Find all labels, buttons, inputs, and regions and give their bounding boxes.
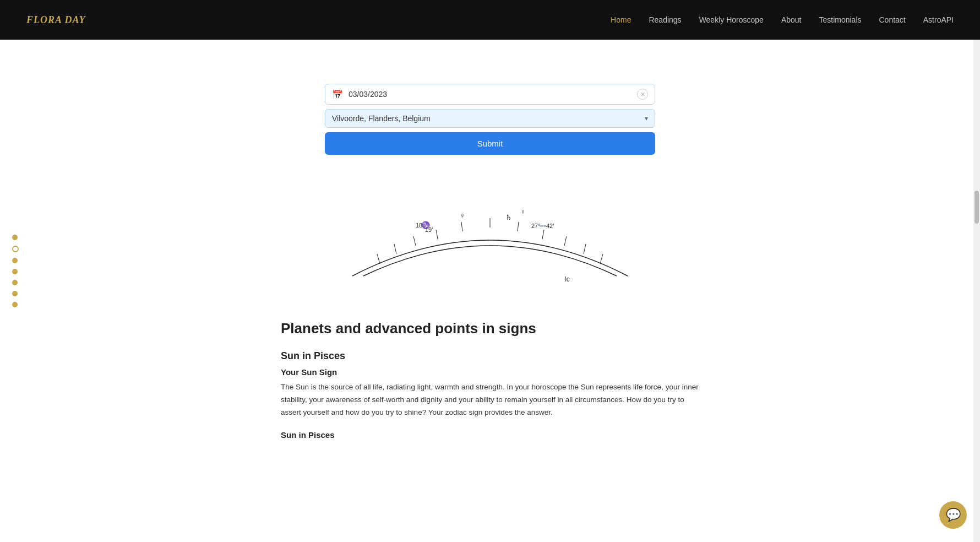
nav-item-home[interactable]: Home — [611, 15, 631, 25]
svg-text:♀: ♀ — [520, 208, 526, 216]
your-sun-sign-label: Your Sun Sign — [281, 367, 699, 377]
sun-heading: Sun in Pisces — [281, 350, 699, 362]
nav-item-testimonials[interactable]: Testimonials — [819, 15, 861, 25]
svg-line-0 — [377, 254, 380, 264]
scrollbar-thumb[interactable] — [974, 191, 979, 224]
submit-button[interactable]: Submit — [325, 132, 655, 155]
form-container: 📅 03/03/2023 ✕ Vilvoorde, Flanders, Belg… — [325, 84, 655, 155]
svg-line-2 — [413, 236, 416, 246]
svg-text:19': 19' — [425, 226, 433, 233]
side-dot-6[interactable] — [12, 291, 18, 296]
svg-line-4 — [542, 230, 544, 239]
svg-line-7 — [600, 254, 603, 264]
chart-svg: 18° ♑ 19' ♀ ♄ ♀ 27° ≈≈ 42' Ic — [336, 188, 644, 287]
section-heading: Planets and advanced points in signs — [281, 320, 699, 337]
nav-links: Home Readings Weekly Horoscope About Tes… — [611, 15, 954, 25]
nav-item-weekly-horoscope[interactable]: Weekly Horoscope — [699, 15, 764, 25]
calendar-icon: 📅 — [332, 89, 343, 100]
scrollbar[interactable] — [973, 40, 980, 477]
svg-text:42': 42' — [546, 223, 554, 229]
svg-line-5 — [564, 236, 567, 246]
svg-line-1 — [394, 244, 396, 254]
location-select[interactable]: Vilvoorde, Flanders, Belgium — [332, 114, 645, 123]
nav-link-weekly-horoscope[interactable]: Weekly Horoscope — [699, 15, 764, 24]
side-dot-5[interactable] — [12, 280, 18, 285]
site-logo[interactable]: FLORA DAY — [26, 14, 86, 26]
date-input[interactable]: 03/03/2023 — [349, 90, 637, 99]
navbar: FLORA DAY Home Readings Weekly Horoscope… — [0, 0, 980, 40]
side-dot-1[interactable] — [12, 235, 18, 240]
svg-line-6 — [584, 244, 586, 254]
chevron-down-icon: ▾ — [645, 115, 648, 123]
astro-chart: 18° ♑ 19' ♀ ♄ ♀ 27° ≈≈ 42' Ic — [336, 188, 644, 287]
svg-line-3 — [436, 230, 438, 239]
nav-item-contact[interactable]: Contact — [879, 15, 906, 25]
sun-in-pisces-label: Sun in Pisces — [281, 430, 699, 440]
sun-description-text: The Sun is the source of all life, radia… — [281, 381, 699, 419]
svg-text:≈≈: ≈≈ — [540, 223, 546, 229]
nav-item-astroapi[interactable]: AstroAPI — [923, 15, 954, 25]
side-dot-4[interactable] — [12, 269, 18, 274]
svg-text:♀: ♀ — [460, 212, 465, 220]
svg-text:Ic: Ic — [564, 275, 569, 283]
date-input-wrapper: 📅 03/03/2023 ✕ — [325, 84, 655, 105]
nav-link-astroapi[interactable]: AstroAPI — [923, 15, 954, 24]
side-dot-7[interactable] — [12, 302, 18, 307]
main-content: 📅 03/03/2023 ✕ Vilvoorde, Flanders, Belg… — [270, 40, 710, 477]
side-dot-2[interactable] — [12, 246, 19, 252]
nav-link-about[interactable]: About — [781, 15, 802, 24]
nav-link-readings[interactable]: Readings — [649, 15, 681, 24]
nav-item-readings[interactable]: Readings — [649, 15, 681, 25]
nav-link-home[interactable]: Home — [611, 15, 631, 24]
svg-line-10 — [518, 222, 519, 231]
svg-text:♄: ♄ — [505, 213, 512, 221]
side-dots-nav — [12, 235, 19, 307]
chart-container: 18° ♑ 19' ♀ ♄ ♀ 27° ≈≈ 42' Ic — [281, 188, 699, 287]
nav-link-contact[interactable]: Contact — [879, 15, 906, 24]
location-select-wrapper: Vilvoorde, Flanders, Belgium ▾ — [325, 109, 655, 128]
date-clear-button[interactable]: ✕ — [637, 89, 648, 100]
nav-link-testimonials[interactable]: Testimonials — [819, 15, 861, 24]
svg-line-8 — [461, 222, 462, 231]
nav-item-about[interactable]: About — [781, 15, 802, 25]
side-dot-3[interactable] — [12, 258, 18, 263]
